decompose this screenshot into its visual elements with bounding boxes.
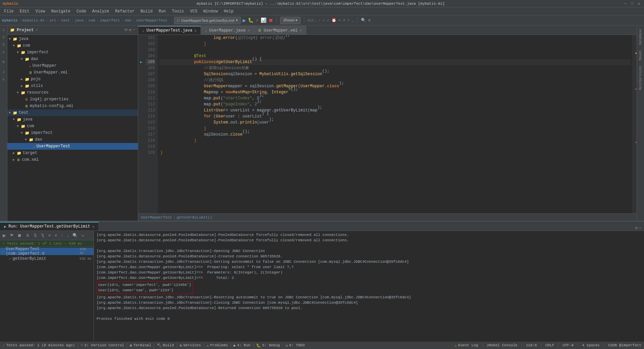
close-btn[interactable]: ✕ <box>637 1 641 6</box>
tree-test-java[interactable]: ▼ 📁 java <box>7 116 138 123</box>
status-services[interactable]: ⚙ Services <box>180 343 201 348</box>
restservices-panel-label[interactable]: RestServices <box>638 64 643 92</box>
search-icon[interactable]: 🔍 <box>361 18 366 23</box>
status-debug[interactable]: 🐛 5: Debug <box>256 343 280 348</box>
maximize-btn[interactable]: □ <box>630 1 635 6</box>
menu-edit[interactable]: Edit <box>17 8 32 14</box>
tree-test-com[interactable]: ▼ 📁 com <box>7 123 138 130</box>
status-todo[interactable]: ☑ 6: TODO <box>285 343 305 348</box>
left-tool-2[interactable]: 2 <box>1 34 7 40</box>
tree-pojo[interactable]: ▶ 📁 pojo <box>7 76 138 83</box>
tree-test[interactable]: ▼ 📁 test <box>7 109 138 116</box>
menu-vcs[interactable]: VCS <box>187 8 200 14</box>
tree-utils[interactable]: ▶ 📁 utils <box>7 83 138 89</box>
stop-btn[interactable]: ⏹ <box>268 18 273 23</box>
tree-com-xml[interactable]: ▶ 🗎 com.xml <box>7 156 138 163</box>
status-vcs[interactable]: ⑂ 3: Version Control <box>80 343 124 347</box>
minimize-btn[interactable]: — <box>623 1 628 6</box>
menu-navigate[interactable]: Navigate <box>48 8 73 14</box>
run-btn[interactable]: ▶ <box>243 17 246 24</box>
collapse-btn[interactable]: ≡ <box>53 232 59 239</box>
tree-dao[interactable]: ▼ 📁 dao <box>7 56 138 62</box>
status-run[interactable]: ▶ 4: Run <box>233 343 250 348</box>
pause-test-btn[interactable]: ⏸ <box>24 232 31 239</box>
database-panel-label[interactable]: Database <box>638 27 643 47</box>
maven-panel-label[interactable]: Maven <box>638 48 643 62</box>
tree-usermapper-java[interactable]: ☕ UserMapper <box>7 62 138 69</box>
status-eventlog[interactable]: ⚠ Event Log <box>454 343 478 348</box>
expand-btn[interactable]: ≡ <box>47 232 52 239</box>
project-gear-icon[interactable]: ⚙ <box>129 28 131 33</box>
status-line-ending[interactable]: CRLF <box>545 343 554 347</box>
git-status[interactable]: Git: ✓ <box>308 18 321 22</box>
run-config-dropdown[interactable]: ▷ UserMapperTest.getUserByLimit ▾ <box>174 17 240 24</box>
project-sync-icon[interactable]: ⟳ <box>124 28 128 33</box>
nav-com[interactable]: com <box>89 18 95 22</box>
breadcrumb-class[interactable]: UserMapperTest <box>141 215 172 219</box>
left-bookmark-icon[interactable]: ★ <box>1 49 7 55</box>
menu-tools[interactable]: Tools <box>169 8 187 14</box>
nav-dao[interactable]: dao <box>125 18 131 22</box>
gutter-run-105[interactable]: ▶ <box>138 59 144 65</box>
status-jrebel-console[interactable]: JRebel Console <box>486 343 517 347</box>
menu-analyze[interactable]: Analyze <box>90 8 112 14</box>
settings-icon[interactable]: ⚙ <box>368 18 370 23</box>
menu-window[interactable]: Window <box>201 8 220 14</box>
menu-file[interactable]: File <box>1 8 16 14</box>
tree-usermappertest[interactable]: ☕ UserMapperTest <box>7 143 138 150</box>
run-panel-gear-icon[interactable]: ⚙ <box>635 226 638 231</box>
tree-usermapper-xml[interactable]: 🗎 UserMapper.xml <box>7 69 138 76</box>
menu-help[interactable]: Help <box>221 8 236 14</box>
menu-build[interactable]: Build <box>138 8 155 14</box>
project-dropdown-icon[interactable]: ▾ <box>36 28 38 32</box>
rerun-btn[interactable]: ▶ <box>1 232 7 239</box>
tree-test-imperfect[interactable]: ▼ 📁 imperfect <box>7 130 138 136</box>
status-problems[interactable]: ⚠ Problems <box>207 343 228 348</box>
status-encoding[interactable]: UTF-8 <box>562 343 574 347</box>
menu-code[interactable]: Code <box>74 8 89 14</box>
status-indent[interactable]: 4 spaces <box>582 343 600 347</box>
tree-com[interactable]: ▼ 📁 com <box>7 42 138 49</box>
left-tool-5[interactable]: ⑤ <box>1 59 7 65</box>
tab-usermapper[interactable]: ☕ UserMapper.java ✕ <box>201 26 254 35</box>
tree-mybatis-config[interactable]: 🗎 mybatis-config.xml <box>7 103 138 109</box>
prev-fail-btn[interactable]: ↑ <box>59 232 64 239</box>
left-tool-1[interactable]: 1 <box>1 27 7 33</box>
tab-usermappertest[interactable]: ☕ UserMapperTest.java ✕ <box>138 26 201 35</box>
tree-log4j[interactable]: 🗎 log4j.properties <box>7 96 138 103</box>
stop-test-btn[interactable]: ⏹ <box>16 232 23 239</box>
sort-btn[interactable]: ⇅ <box>32 232 39 239</box>
run-panel-minimize-icon[interactable]: — <box>639 226 641 231</box>
tab-close-usermapperxml[interactable]: ✕ <box>300 28 302 33</box>
left-tool-3[interactable]: 3 <box>1 42 7 48</box>
tab-close-usermappertest[interactable]: ✕ <box>194 29 197 33</box>
left-tool-7[interactable]: ≡ <box>1 77 7 83</box>
next-fail-btn[interactable]: ↓ <box>65 232 70 239</box>
debug-btn[interactable]: 🐛 <box>248 17 254 23</box>
nav-test[interactable]: test <box>61 18 70 22</box>
jrebel-side-icon[interactable]: J <box>1 69 7 75</box>
tree-resources[interactable]: ▼ 📁 resources <box>7 89 138 96</box>
nav-usermappertest[interactable]: UserMapperTest <box>137 18 167 22</box>
more-btn[interactable]: » <box>80 232 85 239</box>
filter-btn[interactable]: 🔍 <box>71 232 79 239</box>
nav-mybatis-01[interactable]: mybatis-01 <box>22 18 45 22</box>
profile-btn[interactable]: 📊 <box>261 17 266 23</box>
nav-java[interactable]: java <box>75 18 84 22</box>
tree-imperfect[interactable]: ▼ 📁 imperfect <box>7 49 138 56</box>
nav-src[interactable]: src <box>49 18 56 22</box>
test-item-usermappertest[interactable]: ✓ UserMapperTest (com.imperfect.d 538 ms <box>0 248 94 255</box>
nav-mybatis[interactable]: mybatis <box>2 18 17 22</box>
tree-java[interactable]: ▼ 📁 java <box>7 36 138 42</box>
tab-close-usermapper[interactable]: ✕ <box>248 28 250 33</box>
menu-view[interactable]: View <box>33 8 48 14</box>
tree-test-dao[interactable]: ▼ 📁 dao <box>7 136 138 143</box>
status-terminal[interactable]: ⊞ Terminal <box>130 343 151 348</box>
breadcrumb-method[interactable]: getUserByLimit() <box>177 215 212 219</box>
test-item-getuserby[interactable]: ✓ getUserByLimit 538 ms <box>0 255 94 262</box>
jrebel-btn[interactable]: JRebel ▾ <box>280 17 301 24</box>
sort-alpha-btn[interactable]: ⇅ <box>40 232 46 239</box>
tab-usermapperxml[interactable]: 🗎 UserMapper.xml ✕ <box>254 26 306 35</box>
status-build[interactable]: 🔨 Build <box>157 343 174 348</box>
coverage-btn[interactable]: ⚡ <box>256 17 258 23</box>
